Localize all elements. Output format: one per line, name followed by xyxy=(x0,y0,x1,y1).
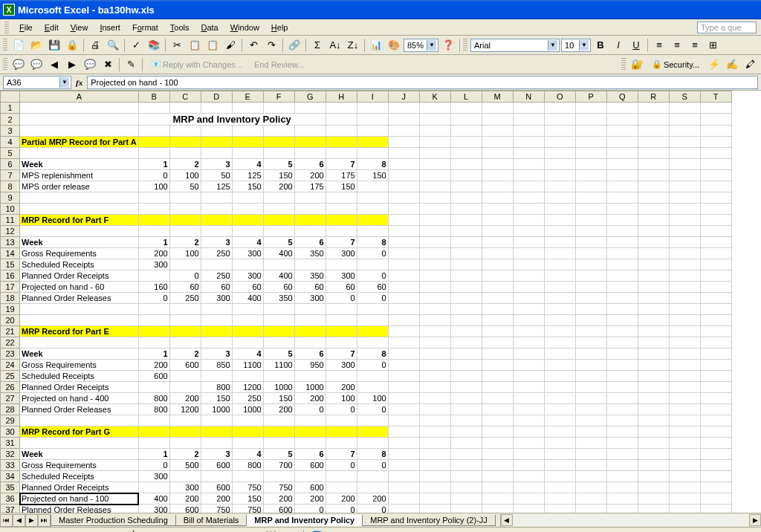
cell-F5[interactable] xyxy=(263,148,294,159)
cell-P12[interactable] xyxy=(575,226,606,237)
cell[interactable] xyxy=(138,326,169,337)
cell-T9[interactable] xyxy=(700,192,731,204)
cell-T28[interactable] xyxy=(700,404,731,415)
cell-F26[interactable]: 1000 xyxy=(263,382,294,393)
cell-A25[interactable]: Scheduled Receipts xyxy=(20,371,139,382)
cell-Q9[interactable] xyxy=(606,192,638,204)
cell[interactable] xyxy=(326,137,357,148)
cell-E15[interactable] xyxy=(232,259,263,270)
cell-K32[interactable] xyxy=(419,449,450,460)
cell-M7[interactable] xyxy=(482,170,513,181)
cell-Q16[interactable] xyxy=(606,270,638,282)
cell-M6[interactable] xyxy=(482,159,513,170)
select-objects-icon[interactable]: ↖ xyxy=(45,528,61,533)
cell-H36[interactable]: 200 xyxy=(326,493,357,505)
cell-S34[interactable] xyxy=(669,471,700,482)
sheet-tab[interactable]: Master Production Scheduling xyxy=(51,515,176,526)
cell-S36[interactable] xyxy=(669,493,700,505)
cell-Q34[interactable] xyxy=(606,471,638,482)
cell-L28[interactable] xyxy=(450,404,482,415)
cell-P8[interactable] xyxy=(575,181,606,192)
cell-B14[interactable]: 200 xyxy=(138,248,169,259)
cell-T13[interactable] xyxy=(700,237,731,248)
cell-I25[interactable] xyxy=(357,371,388,382)
cell-M5[interactable] xyxy=(482,148,513,159)
cell-Q19[interactable] xyxy=(606,304,638,315)
cell[interactable] xyxy=(138,215,169,226)
cell-Q12[interactable] xyxy=(606,226,638,237)
cell-M25[interactable] xyxy=(482,371,513,382)
cell-L36[interactable] xyxy=(450,493,482,505)
row-header-8[interactable]: 8 xyxy=(1,181,20,192)
cell-T23[interactable] xyxy=(700,348,731,360)
cell[interactable] xyxy=(20,114,139,126)
cell-G15[interactable] xyxy=(294,259,326,270)
cell-A14[interactable]: Gross Requirements xyxy=(20,248,139,259)
cell-A1[interactable] xyxy=(20,103,139,114)
cell-K12[interactable] xyxy=(419,226,450,237)
cell-I31[interactable] xyxy=(357,438,388,449)
line-style-icon[interactable]: ≡ xyxy=(366,528,383,533)
cell[interactable] xyxy=(201,137,232,148)
cell-A29[interactable] xyxy=(20,415,139,426)
row-header-30[interactable]: 30 xyxy=(1,426,20,438)
cell[interactable] xyxy=(169,326,201,337)
cell-K8[interactable] xyxy=(419,181,450,192)
cell-Q18[interactable] xyxy=(606,293,638,304)
cell[interactable] xyxy=(638,137,669,148)
cell[interactable] xyxy=(450,426,482,438)
cell[interactable] xyxy=(419,215,450,226)
cell-G26[interactable]: 1000 xyxy=(294,382,326,393)
cell-F32[interactable]: 5 xyxy=(263,449,294,460)
cell-J27[interactable] xyxy=(388,393,419,404)
cell-F12[interactable] xyxy=(263,226,294,237)
cell[interactable] xyxy=(700,426,731,438)
cell-T37[interactable] xyxy=(700,505,731,513)
cell[interactable] xyxy=(232,426,263,438)
cell-F31[interactable] xyxy=(263,438,294,449)
cell-T6[interactable] xyxy=(700,159,731,170)
cell-N1[interactable] xyxy=(513,103,544,114)
fontsize-combo[interactable]: 10▼ xyxy=(561,39,591,52)
cell-M9[interactable] xyxy=(482,192,513,204)
cell-A9[interactable] xyxy=(20,192,139,204)
cell-M28[interactable] xyxy=(482,404,513,415)
cell[interactable] xyxy=(388,114,419,126)
cell-L33[interactable] xyxy=(450,460,482,471)
cell-O12[interactable] xyxy=(544,226,575,237)
picture-icon[interactable]: 📷 xyxy=(282,528,299,533)
cell-G36[interactable]: 200 xyxy=(294,493,326,505)
cell-P20[interactable] xyxy=(575,315,606,326)
cell-T18[interactable] xyxy=(700,293,731,304)
cell-J19[interactable] xyxy=(388,304,419,315)
cell-D12[interactable] xyxy=(201,226,232,237)
cell-S24[interactable] xyxy=(669,360,700,371)
cell-Q23[interactable] xyxy=(606,348,638,360)
cell-L31[interactable] xyxy=(450,438,482,449)
cell-Q6[interactable] xyxy=(606,159,638,170)
cell-T15[interactable] xyxy=(700,259,731,270)
cell[interactable] xyxy=(201,326,232,337)
cell-N24[interactable] xyxy=(513,360,544,371)
row-header-18[interactable]: 18 xyxy=(1,293,20,304)
cell-H19[interactable] xyxy=(326,304,357,315)
cell-C16[interactable]: 0 xyxy=(169,270,201,282)
cell-M1[interactable] xyxy=(482,103,513,114)
col-header-G[interactable]: G xyxy=(294,91,326,103)
cell-F19[interactable] xyxy=(263,304,294,315)
cell-D13[interactable]: 3 xyxy=(201,237,232,248)
cell-E26[interactable]: 1200 xyxy=(232,382,263,393)
cell-F24[interactable]: 1100 xyxy=(263,360,294,371)
cell-F23[interactable]: 5 xyxy=(263,348,294,360)
cell-Q37[interactable] xyxy=(606,505,638,513)
cell-E37[interactable]: 750 xyxy=(232,505,263,513)
cell-F10[interactable] xyxy=(263,204,294,215)
cell-B10[interactable] xyxy=(138,204,169,215)
cell-T36[interactable] xyxy=(700,493,731,505)
cell-M26[interactable] xyxy=(482,382,513,393)
cell-H12[interactable] xyxy=(326,226,357,237)
cell[interactable] xyxy=(700,215,731,226)
cell-Q25[interactable] xyxy=(606,371,638,382)
cell-I16[interactable]: 0 xyxy=(357,270,388,282)
cell[interactable] xyxy=(513,114,544,126)
